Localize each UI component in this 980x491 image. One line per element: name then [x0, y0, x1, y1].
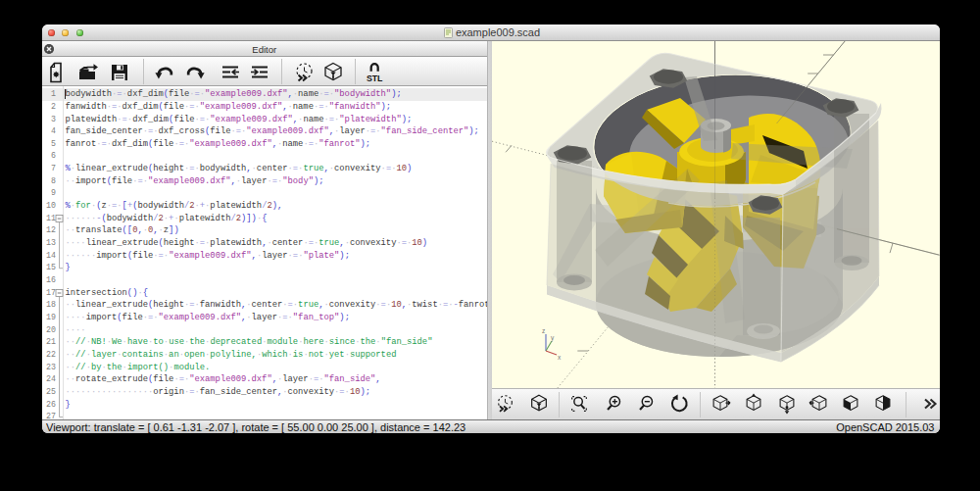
svg-text:z: z: [542, 327, 545, 334]
svg-text:STL: STL: [367, 74, 383, 83]
